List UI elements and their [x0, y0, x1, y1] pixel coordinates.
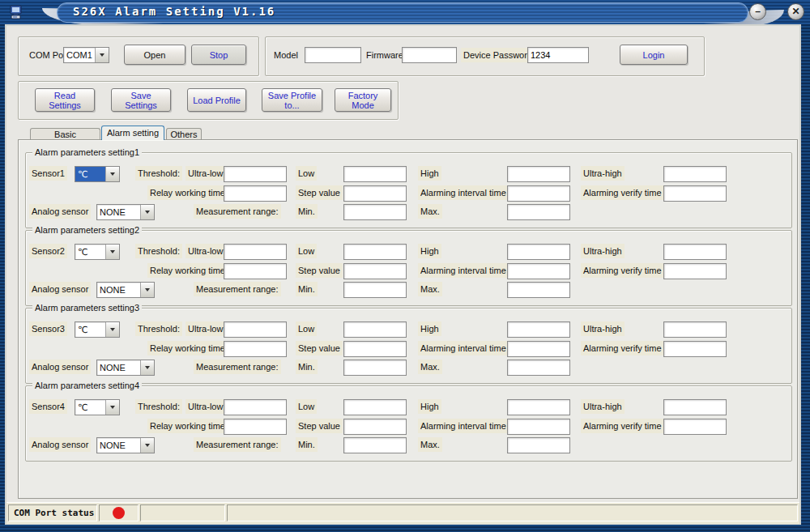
- alarming-interval-time-input[interactable]: [507, 185, 570, 202]
- alarm-group-4: Alarm parameters setting4 Sensor4 ℃ Thre…: [25, 385, 792, 462]
- chevron-down-icon[interactable]: [95, 48, 109, 62]
- sensor-type-select[interactable]: ℃: [75, 244, 120, 260]
- chevron-down-icon[interactable]: [140, 438, 154, 453]
- relay-working-time-input[interactable]: [224, 185, 287, 202]
- save-settings-button[interactable]: Save Settings: [111, 88, 171, 112]
- min-label: Min.: [296, 282, 318, 296]
- tab-alarm-setting[interactable]: Alarm setting: [101, 126, 164, 140]
- relay-working-time-input[interactable]: [224, 419, 287, 435]
- chevron-down-icon[interactable]: [140, 360, 154, 375]
- tab-others[interactable]: Others: [166, 128, 202, 140]
- chevron-down-icon[interactable]: [105, 167, 119, 181]
- alarming-verify-time-input[interactable]: [663, 263, 727, 279]
- alarming-interval-time-input[interactable]: [507, 341, 570, 357]
- high-input[interactable]: [507, 399, 570, 415]
- read-settings-button[interactable]: Read Settings: [35, 88, 95, 112]
- factory-mode-button[interactable]: Factory Mode: [335, 88, 391, 112]
- alarming-verify-time-input[interactable]: [663, 419, 727, 435]
- analog-sensor-label: Analog sensor: [29, 437, 91, 452]
- low-input[interactable]: [343, 166, 407, 182]
- ultra-low-input[interactable]: [224, 399, 287, 415]
- chevron-down-icon[interactable]: [105, 322, 119, 337]
- high-input[interactable]: [507, 244, 570, 260]
- sensor-type-select[interactable]: ℃: [75, 166, 120, 182]
- chevron-down-icon[interactable]: [105, 400, 119, 415]
- max-input[interactable]: [507, 437, 570, 453]
- minimize-button[interactable]: –: [749, 3, 766, 20]
- min-input[interactable]: [343, 360, 407, 376]
- max-input[interactable]: [507, 282, 570, 298]
- sensor-type-select[interactable]: ℃: [75, 321, 120, 338]
- app-window: S26X Alarm Setting V1.16 – ✕ COM Port CO…: [0, 0, 810, 532]
- alarm-group-2: Alarm parameters setting2 Sensor2 ℃ Thre…: [25, 230, 792, 306]
- alarming-verify-time-input[interactable]: [663, 185, 727, 202]
- high-input[interactable]: [507, 166, 570, 182]
- analog-sensor-select[interactable]: NONE: [96, 360, 155, 376]
- min-input[interactable]: [343, 282, 407, 298]
- device-password-input[interactable]: [527, 47, 589, 63]
- ultra-low-input[interactable]: [224, 244, 287, 260]
- max-label: Max.: [418, 360, 442, 374]
- ultra-high-input[interactable]: [663, 166, 727, 182]
- relay-working-time-label: Relay working time: [147, 419, 228, 433]
- ultra-high-input[interactable]: [663, 399, 727, 415]
- low-input[interactable]: [343, 244, 407, 260]
- app-icon: [8, 4, 24, 20]
- alarming-verify-time-label: Alarming verify time: [581, 185, 664, 200]
- max-input[interactable]: [507, 360, 570, 376]
- chevron-down-icon[interactable]: [140, 283, 154, 297]
- measurement-range-label: Measurement range:: [194, 282, 281, 296]
- open-button[interactable]: Open: [124, 45, 185, 65]
- high-input[interactable]: [507, 321, 570, 338]
- step-value-input[interactable]: [343, 419, 407, 435]
- alarming-verify-time-label: Alarming verify time: [581, 341, 664, 355]
- analog-sensor-select[interactable]: NONE: [96, 437, 155, 453]
- ultra-low-input[interactable]: [224, 166, 287, 182]
- alarming-interval-time-input[interactable]: [507, 263, 570, 279]
- login-button[interactable]: Login: [620, 45, 688, 65]
- sensor-type-value: ℃: [75, 400, 105, 415]
- analog-sensor-select[interactable]: NONE: [96, 282, 155, 298]
- step-value-input[interactable]: [343, 341, 407, 357]
- alarming-verify-time-input[interactable]: [663, 341, 727, 357]
- close-button[interactable]: ✕: [787, 3, 804, 20]
- ultra-low-input[interactable]: [224, 321, 287, 338]
- sensor-type-select[interactable]: ℃: [75, 399, 120, 415]
- ultra-high-label: Ultra-high: [581, 321, 625, 336]
- sensor-label: Sensor3: [29, 321, 67, 336]
- analog-sensor-select[interactable]: NONE: [96, 204, 155, 220]
- step-value-input[interactable]: [343, 185, 407, 202]
- step-value-input[interactable]: [343, 263, 407, 279]
- alarming-verify-time-label: Alarming verify time: [581, 419, 664, 433]
- low-input[interactable]: [343, 399, 407, 415]
- relay-working-time-label: Relay working time: [147, 263, 228, 278]
- relay-working-time-label: Relay working time: [147, 185, 228, 200]
- device-frame: Model Firmware Device Password Login: [265, 36, 705, 76]
- alarming-interval-time-input[interactable]: [507, 419, 570, 435]
- chevron-down-icon[interactable]: [140, 205, 154, 219]
- device-password-label: Device Password: [461, 48, 535, 62]
- chevron-down-icon[interactable]: [105, 245, 119, 259]
- load-profile-button[interactable]: Load Profile: [187, 88, 246, 112]
- firmware-input[interactable]: [402, 47, 457, 63]
- com-port-status-label: COM Port status: [9, 505, 96, 521]
- stop-button[interactable]: Stop: [191, 45, 246, 65]
- group-title: Alarm parameters setting3: [32, 302, 142, 313]
- com-port-select[interactable]: COM1: [63, 47, 109, 63]
- tab-basic-parameters[interactable]: Basic Parameters: [30, 128, 100, 140]
- save-profile-to-button[interactable]: Save Profile to...: [262, 88, 322, 112]
- min-input[interactable]: [343, 437, 407, 453]
- sensor-type-value: ℃: [75, 322, 105, 337]
- status-panel-4: [227, 504, 798, 521]
- com-port-value: COM1: [64, 48, 95, 62]
- ultra-high-input[interactable]: [663, 244, 727, 260]
- low-input[interactable]: [343, 321, 407, 338]
- alarming-interval-time-label: Alarming interval time: [418, 263, 509, 278]
- max-input[interactable]: [507, 204, 570, 220]
- model-input[interactable]: [305, 47, 361, 63]
- relay-working-time-input[interactable]: [224, 263, 287, 279]
- sensor-label: Sensor2: [29, 244, 67, 258]
- relay-working-time-input[interactable]: [224, 341, 287, 357]
- min-input[interactable]: [343, 204, 407, 220]
- ultra-high-input[interactable]: [663, 321, 727, 338]
